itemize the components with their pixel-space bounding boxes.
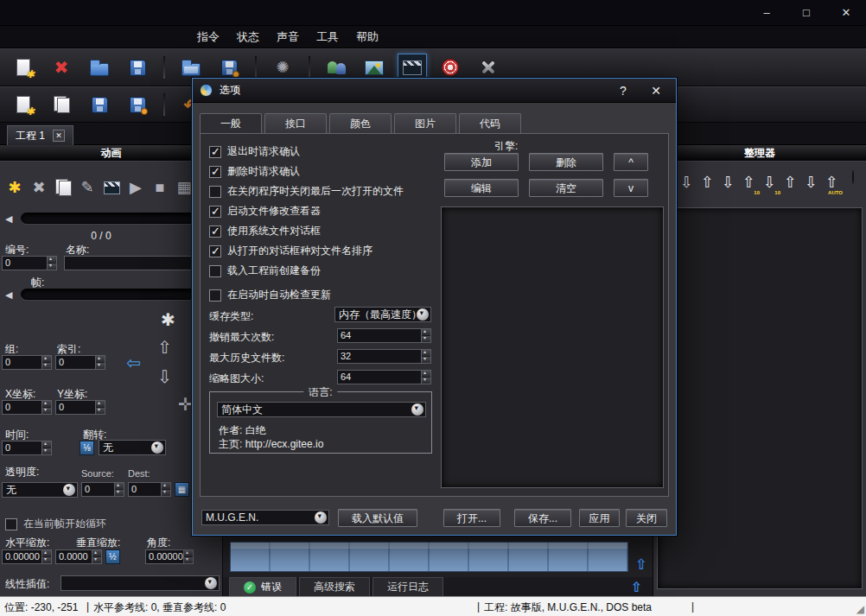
copy-animation-button[interactable] xyxy=(52,177,74,198)
load-defaults-button[interactable]: 载入默认值 xyxy=(338,509,417,527)
scroll-up-icon[interactable]: ⇧ xyxy=(631,579,642,595)
frame-back-icon[interactable]: ⇦ xyxy=(126,352,141,373)
time-spinner[interactable]: 0 xyxy=(2,441,52,455)
frame-down-icon[interactable]: ⇩ xyxy=(157,366,172,387)
y-coord-spinner[interactable]: 0 xyxy=(55,400,105,415)
checkbox[interactable] xyxy=(209,289,221,302)
tab-interface[interactable]: 接口 xyxy=(264,113,327,134)
flip-dropdown[interactable]: 无 xyxy=(99,440,166,455)
engine-add-button[interactable]: 添加 xyxy=(444,153,519,171)
resize-grip[interactable]: ◢ xyxy=(856,603,864,615)
checkbox[interactable] xyxy=(209,206,221,218)
stepper[interactable] xyxy=(41,356,51,369)
organizer-list[interactable] xyxy=(657,207,863,589)
sort-filenames-row[interactable]: 从打开的对话框种对文件名排序 xyxy=(209,244,373,258)
checkbox[interactable] xyxy=(209,245,221,257)
interp-dropdown[interactable] xyxy=(60,575,220,591)
frame-slider[interactable] xyxy=(21,289,199,300)
vscale-spinner[interactable]: 0.0000 xyxy=(55,549,102,564)
tab-images[interactable]: 图片 xyxy=(394,113,456,134)
stepper[interactable] xyxy=(114,483,124,496)
delete-animation-button[interactable]: ✖ xyxy=(28,177,50,198)
x-coord-spinner[interactable]: 0 xyxy=(2,400,52,415)
dialog-close-button[interactable]: ✕ xyxy=(643,84,669,98)
play-button[interactable]: ▶ xyxy=(124,177,147,198)
copy-item-button[interactable] xyxy=(47,91,76,118)
dialog-help-button[interactable]: ? xyxy=(610,84,636,98)
stepper[interactable] xyxy=(183,550,193,563)
language-dropdown[interactable]: 简体中文 xyxy=(217,402,426,417)
check-updates-row[interactable]: 在启动时自动检查更新 xyxy=(209,288,331,302)
dest-spinner[interactable]: 0 xyxy=(128,482,171,497)
file-watcher-row[interactable]: 启动文件修改查看器 xyxy=(209,204,321,219)
close-dialog-button[interactable]: 关闭 xyxy=(626,509,667,527)
tab-general[interactable]: 一般 xyxy=(200,113,262,134)
index-spinner[interactable]: 0 xyxy=(55,355,105,370)
scale-ratio-icon[interactable]: ½ xyxy=(105,549,120,564)
frame-up-icon[interactable]: ⇧ xyxy=(157,337,172,358)
animation-slider[interactable] xyxy=(21,213,199,224)
save-as-button[interactable] xyxy=(123,91,152,118)
auto-arrange-icon[interactable]: ⇧AUTO xyxy=(822,171,842,195)
new-animation-button[interactable]: ✱ xyxy=(3,177,26,198)
checkbox[interactable] xyxy=(209,265,221,277)
anim-prev-icon[interactable]: ◀ xyxy=(5,213,12,225)
stepper[interactable] xyxy=(421,371,430,384)
film-button[interactable] xyxy=(100,177,123,198)
asterisk-icon[interactable]: ✱ xyxy=(161,309,175,330)
number-spinner[interactable]: 0 xyxy=(2,256,57,270)
source-spinner[interactable]: 0 xyxy=(81,482,124,497)
checkbox[interactable] xyxy=(209,225,221,238)
time-ratio-icon[interactable]: ⅛ xyxy=(80,441,94,455)
angle-spinner[interactable]: 0.00000 xyxy=(145,549,194,564)
group-spinner[interactable]: 0 xyxy=(2,355,52,370)
engine-up-button[interactable]: ^ xyxy=(614,153,648,171)
stepper[interactable] xyxy=(421,329,430,342)
stepper[interactable] xyxy=(92,550,101,563)
alpha-dropdown[interactable]: 无 xyxy=(2,482,78,498)
stepper[interactable] xyxy=(95,356,105,369)
timeline-up-icon[interactable]: ⇧ xyxy=(635,556,647,574)
cache-type-dropdown[interactable]: 内存（最高速度） xyxy=(334,307,431,322)
menu-item-states[interactable]: 状态 xyxy=(228,26,268,48)
palette-button[interactable] xyxy=(843,171,863,195)
engine-list[interactable] xyxy=(441,206,664,488)
stepper[interactable] xyxy=(421,350,430,363)
minimize-button[interactable]: – xyxy=(747,0,786,26)
stop-button[interactable]: ■ xyxy=(149,177,171,198)
tab-run-log[interactable]: 运行日志 xyxy=(373,577,443,596)
tab-code[interactable]: 代码 xyxy=(459,113,521,134)
menu-item-sound[interactable]: 声音 xyxy=(268,26,308,48)
new-project-button[interactable]: ✱ xyxy=(9,54,38,81)
tab-errors[interactable]: ✓ 错误 xyxy=(229,577,296,596)
tab-colors[interactable]: 颜色 xyxy=(329,113,392,134)
stepper[interactable] xyxy=(41,550,51,563)
save-item-button[interactable] xyxy=(85,91,114,118)
apply-button[interactable]: 应用 xyxy=(579,509,620,527)
tab-project-1[interactable]: 工程 1 ✕ xyxy=(7,125,73,145)
move-cross-icon[interactable]: ✛ xyxy=(178,394,193,415)
down-icon[interactable]: ⇩ xyxy=(677,171,697,195)
engine-delete-button[interactable]: 删除 xyxy=(529,153,603,171)
stepper[interactable] xyxy=(41,441,51,454)
stepper[interactable] xyxy=(47,257,56,270)
close-project-button[interactable]: ✖ xyxy=(47,54,76,81)
hscale-spinner[interactable]: 0.00000 xyxy=(2,549,52,564)
confirm-exit-row[interactable]: 退出时请求确认 xyxy=(209,144,300,159)
engine-clear-button[interactable]: 清空 xyxy=(529,179,603,197)
stepper[interactable] xyxy=(161,483,170,496)
engine-select-dropdown[interactable]: M.U.G.E.N. xyxy=(201,510,329,525)
thumb-size-spinner[interactable]: 64 xyxy=(337,370,431,384)
checkbox[interactable] xyxy=(209,166,221,178)
close-last-file-row[interactable]: 在关闭程序时关闭最后一次打开的文件 xyxy=(209,184,404,199)
engine-edit-button[interactable]: 编辑 xyxy=(444,179,519,197)
alpha-grid-icon[interactable]: ▦ xyxy=(175,482,189,497)
confirm-delete-row[interactable]: 删除时请求确认 xyxy=(209,164,300,179)
save-button[interactable]: 保存... xyxy=(514,509,571,527)
frame-prev-icon[interactable]: ◀ xyxy=(5,289,12,301)
new-item-button[interactable]: ✱ xyxy=(9,91,38,118)
down-end-icon[interactable]: ⇩ xyxy=(801,171,821,195)
close-tab-icon[interactable]: ✕ xyxy=(53,130,65,142)
checkbox[interactable] xyxy=(209,186,221,198)
up-10-icon[interactable]: ⇧10 xyxy=(739,171,759,195)
